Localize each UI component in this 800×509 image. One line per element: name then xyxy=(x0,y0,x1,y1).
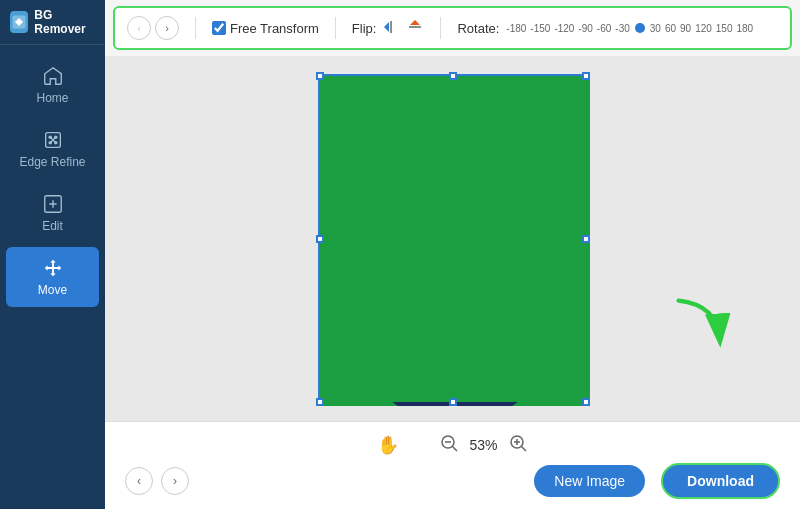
svg-point-3 xyxy=(53,135,57,139)
svg-point-5 xyxy=(53,141,57,145)
flip-horizontal-button[interactable] xyxy=(382,18,400,39)
svg-point-29 xyxy=(419,238,437,254)
svg-line-43 xyxy=(521,446,526,451)
toolbar-divider-3 xyxy=(440,17,441,39)
handle-top-middle[interactable] xyxy=(449,72,457,80)
move-icon xyxy=(42,257,64,279)
svg-point-23 xyxy=(410,238,500,314)
new-image-button[interactable]: New Image xyxy=(534,465,645,497)
forward-button[interactable]: › xyxy=(155,16,179,40)
svg-point-12 xyxy=(447,351,453,357)
sidebar-item-edit-label: Edit xyxy=(42,219,63,233)
svg-point-26 xyxy=(433,282,477,314)
svg-point-22 xyxy=(482,227,541,323)
sidebar-item-move-label: Move xyxy=(38,283,67,297)
toolbar-divider-1 xyxy=(195,17,196,39)
svg-point-17 xyxy=(417,291,493,341)
canvas-image xyxy=(320,76,590,406)
canvas-area xyxy=(105,56,800,421)
svg-point-33 xyxy=(470,237,486,251)
svg-point-28 xyxy=(414,234,442,258)
svg-rect-9 xyxy=(320,76,590,406)
sidebar-item-edge-refine-label: Edge Refine xyxy=(19,155,85,169)
sidebar: BG Remover Home Edge Refine xyxy=(0,0,105,509)
flip-label: Flip: xyxy=(352,21,377,36)
image-container[interactable] xyxy=(318,74,588,404)
handle-bottom-middle[interactable] xyxy=(449,398,457,406)
svg-point-24 xyxy=(434,252,470,276)
rotate-scale: -180 -150 -120 -90 -60 -30 30 60 90 120 … xyxy=(505,23,754,34)
svg-point-20 xyxy=(383,183,527,319)
svg-point-15 xyxy=(437,368,443,374)
svg-point-25 xyxy=(442,258,452,264)
zoom-out-icon[interactable] xyxy=(439,433,459,458)
home-icon xyxy=(42,65,64,87)
svg-point-21 xyxy=(354,211,428,329)
next-page-button[interactable]: › xyxy=(161,467,189,495)
svg-point-32 xyxy=(465,233,491,255)
svg-point-11 xyxy=(426,357,434,365)
svg-point-14 xyxy=(462,343,468,349)
svg-point-34 xyxy=(472,238,479,244)
back-button[interactable]: ‹ xyxy=(127,16,151,40)
svg-point-13 xyxy=(471,360,479,368)
handle-middle-right[interactable] xyxy=(582,235,590,243)
handle-bottom-right[interactable] xyxy=(582,398,590,406)
app-logo xyxy=(10,11,28,33)
edge-refine-icon xyxy=(42,129,64,151)
svg-line-40 xyxy=(453,446,458,451)
svg-point-16 xyxy=(477,349,482,354)
rotate-indicator[interactable] xyxy=(635,23,645,33)
zoom-controls: ✋ 53% xyxy=(377,433,527,458)
free-transform-group: Free Transform xyxy=(212,21,319,36)
sidebar-item-home-label: Home xyxy=(36,91,68,105)
free-transform-label[interactable]: Free Transform xyxy=(212,21,319,36)
rotate-label: Rotate: xyxy=(457,21,499,36)
nav-arrows: ‹ › xyxy=(127,16,179,40)
svg-point-30 xyxy=(421,240,429,246)
bottom-nav: ‹ › xyxy=(125,467,189,495)
edit-icon xyxy=(42,193,64,215)
toolbar: ‹ › Free Transform Flip: xyxy=(113,6,792,50)
svg-point-2 xyxy=(48,135,52,139)
flip-group: Flip: xyxy=(352,18,425,39)
sidebar-item-edge-refine[interactable]: Edge Refine xyxy=(6,119,99,179)
svg-rect-27 xyxy=(425,286,483,294)
svg-point-37 xyxy=(427,296,483,320)
sidebar-nav: Home Edge Refine Edit xyxy=(0,55,105,307)
handle-bottom-left[interactable] xyxy=(316,398,324,406)
rotate-group: Rotate: -180 -150 -120 -90 -60 -30 30 60… xyxy=(457,21,754,36)
hand-tool-icon[interactable]: ✋ xyxy=(377,434,399,456)
svg-point-19 xyxy=(450,331,460,341)
svg-point-35 xyxy=(472,237,475,240)
svg-point-31 xyxy=(421,239,425,242)
sidebar-item-edit[interactable]: Edit xyxy=(6,183,99,243)
svg-point-18 xyxy=(420,320,490,336)
sidebar-item-move[interactable]: Move xyxy=(6,247,99,307)
free-transform-text: Free Transform xyxy=(230,21,319,36)
main-content: ‹ › Free Transform Flip: xyxy=(105,0,800,509)
zoom-in-icon[interactable] xyxy=(508,433,528,458)
zoom-level: 53% xyxy=(469,437,497,453)
handle-middle-left[interactable] xyxy=(316,235,324,243)
app-title: BG Remover xyxy=(34,8,95,36)
svg-point-10 xyxy=(375,321,535,406)
sidebar-header: BG Remover xyxy=(0,0,105,45)
free-transform-checkbox[interactable] xyxy=(212,21,226,35)
toolbar-divider-2 xyxy=(335,17,336,39)
handle-top-left[interactable] xyxy=(316,72,324,80)
svg-point-36 xyxy=(445,262,459,272)
flip-vertical-button[interactable] xyxy=(406,18,424,39)
prev-page-button[interactable]: ‹ xyxy=(125,467,153,495)
bottom-bar: ✋ 53% ‹ › xyxy=(105,421,800,509)
action-buttons: New Image Download xyxy=(534,463,780,499)
sidebar-item-home[interactable]: Home xyxy=(6,55,99,115)
handle-top-right[interactable] xyxy=(582,72,590,80)
download-button[interactable]: Download xyxy=(661,463,780,499)
green-arrow-indicator xyxy=(670,292,730,356)
svg-point-4 xyxy=(48,141,52,145)
